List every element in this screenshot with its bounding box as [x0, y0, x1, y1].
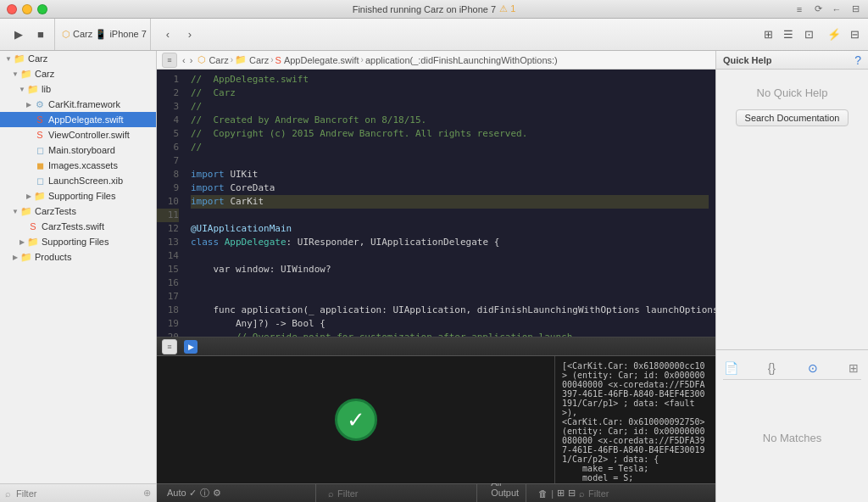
sidebar: ▼ 📁 Carz ▼ 📁 Carz ▼ 📁 lib ▶ ⚙ CarKit. [0, 51, 157, 502]
breadcrumb-sep: › [361, 55, 364, 64]
grid-icon[interactable]: ⊞ [846, 360, 861, 376]
trash-icon[interactable]: 🗑 [538, 488, 548, 499]
arrow-icon: ▼ [17, 84, 27, 94]
sidebar-item-label: Products [35, 252, 153, 262]
folder-icon: 📁 [20, 205, 32, 217]
xcassets-icon: ◼ [34, 159, 46, 171]
sidebar-item-images[interactable]: ▶ ◼ Images.xcassets [0, 158, 156, 173]
right-panel-header: Quick Help ? [716, 51, 868, 70]
maximize-button[interactable] [37, 4, 47, 14]
code-icon[interactable]: {} [764, 360, 779, 376]
view-controls: ⊞ ☰ ⊡ ⚡ ⊟ [760, 25, 863, 45]
code-content[interactable]: // AppDelegate.swift // Carz // // Creat… [184, 70, 715, 337]
close-button[interactable] [7, 4, 17, 14]
split-icon[interactable]: ⊟ [849, 3, 861, 15]
info-icon[interactable]: ⓘ [200, 487, 209, 499]
inspectors-toggle[interactable]: ⊟ [846, 25, 863, 45]
sidebar-footer: ⌕ ⊕ [0, 483, 156, 502]
sidebar-item-carz-child[interactable]: ▼ 📁 Carz [0, 66, 156, 81]
line-numbers: 12345 678910 1112131415 1617181920 21222… [157, 70, 184, 337]
split-icon[interactable]: ⊟ [568, 488, 576, 499]
breadcrumb: ≡ ‹ › ⬡ Carz › 📁 Carz › S AppDelegate.sw… [157, 51, 715, 70]
sidebar-item-mainstoryboard[interactable]: ▶ ◻ Main.storyboard [0, 142, 156, 158]
xib-icon: ◻ [34, 175, 46, 187]
no-matches-label: No Matches [763, 432, 821, 444]
arrow-icon: ▶ [24, 99, 34, 109]
sidebar-item-appdelegate[interactable]: ▶ S AppDelegate.swift [0, 112, 156, 127]
sidebar-item-supporting[interactable]: ▶ 📁 Supporting Files [0, 188, 156, 204]
main-toolbar: ▶ ■ ⬡ Carz 📱 iPhone 7 ‹ › ⊞ ☰ ⊡ ⚡ ⊟ [0, 19, 868, 51]
doc-icon[interactable]: 📄 [723, 360, 738, 376]
main-area: ▼ 📁 Carz ▼ 📁 Carz ▼ 📁 lib ▶ ⚙ CarKit. [0, 51, 868, 502]
sidebar-item-products[interactable]: ▶ 📁 Products [0, 249, 156, 265]
sidebar-filter-input[interactable] [16, 488, 138, 499]
sidebar-item-label: CarzTests [35, 206, 153, 216]
debug-toggle[interactable]: ⚡ [826, 25, 843, 45]
sidebar-item-launchscreen[interactable]: ▶ ◻ LaunchScreen.xib [0, 173, 156, 188]
sidebar-item-label: lib [42, 84, 153, 94]
title-text: Finished running Carz on iPhone 7 [353, 4, 496, 14]
sidebar-item-carz-root[interactable]: ▼ 📁 Carz [0, 51, 156, 66]
question-icon[interactable]: ? [854, 53, 861, 67]
run-controls: ▶ ■ [5, 19, 55, 50]
refresh-icon[interactable]: ⟳ [812, 3, 824, 15]
sidebar-item-carztests[interactable]: ▼ 📁 CarzTests [0, 204, 156, 219]
breadcrumb-appdelegate: S AppDelegate.swift [275, 55, 359, 65]
assistant-toggle[interactable]: ⊡ [800, 25, 817, 45]
sidebar-item-label: Supporting Files [48, 191, 153, 201]
sidebar-item-label: Carz [28, 53, 153, 64]
folder-icon: 📁 [14, 53, 25, 64]
titlebar-right-controls: ≡ ⟳ ← ⊟ [793, 3, 861, 15]
nav-forward[interactable]: › [180, 25, 200, 45]
window-controls[interactable] [7, 4, 47, 14]
folder-icon: 📁 [27, 236, 39, 248]
target-icon[interactable]: ⊙ [805, 360, 821, 376]
sidebar-item-label: LaunchScreen.xib [48, 176, 153, 186]
scheme-selector[interactable]: ⬡ Carz 📱 iPhone 7 [58, 19, 151, 50]
bottom-filter-input[interactable] [337, 488, 471, 499]
code-scroll-area[interactable]: 12345 678910 1112131415 1617181920 21222… [157, 70, 715, 337]
breadcrumb-nav-back[interactable]: ‹ [182, 55, 186, 65]
scheme-label: ⬡ Carz 📱 iPhone 7 [62, 29, 147, 40]
settings-icon[interactable]: ⚙ [213, 488, 221, 499]
nav-back[interactable]: ‹ [158, 25, 178, 45]
framework-icon: ⚙ [34, 98, 46, 110]
editor-area: ≡ ‹ › ⬡ Carz › 📁 Carz › S AppDelegate.sw… [157, 51, 715, 502]
back-icon[interactable]: ← [831, 3, 843, 15]
search-documentation-button[interactable]: Search Documentation [736, 109, 849, 126]
sidebar-item-supporting2[interactable]: ▶ 📁 Supporting Files [0, 234, 156, 249]
sidebar-item-label: CarzTests.swift [42, 221, 153, 231]
nav-controls: ‹ › [154, 19, 756, 50]
folder-icon: 📁 [20, 68, 32, 80]
sidebar-item-label: Supporting Files [42, 237, 153, 247]
swift-icon: S [34, 129, 46, 141]
filter-icon2: ⌕ [579, 488, 585, 499]
sidebar-item-lib[interactable]: ▼ 📁 lib [0, 81, 156, 97]
window-title: Finished running Carz on iPhone 7 ⚠ 1 [353, 3, 516, 14]
settings-icon[interactable]: ≡ [793, 3, 805, 15]
bottom-collapse-button[interactable]: ≡ [162, 339, 177, 354]
sidebar-toggle[interactable]: ⊞ [760, 25, 776, 45]
run-button[interactable]: ▶ [8, 25, 29, 45]
sidebar-item-viewcontroller[interactable]: ▶ S ViewController.swift [0, 127, 156, 142]
minimize-button[interactable] [22, 4, 32, 14]
grid-icon[interactable]: ⊞ [557, 488, 565, 499]
breadcrumb-sep: › [231, 55, 233, 64]
folder-icon: 📁 [20, 251, 32, 263]
sidebar-item-label: CarKit.framework [48, 99, 153, 109]
add-icon[interactable]: ⊕ [143, 488, 151, 499]
editor-toggle[interactable]: ☰ [780, 25, 797, 45]
storyboard-icon: ◻ [34, 144, 46, 156]
breadcrumb-nav-forward[interactable]: › [190, 55, 193, 65]
sidebar-item-label: Images.xcassets [48, 160, 153, 170]
stop-button[interactable]: ■ [31, 25, 51, 45]
sidebar-item-carkit[interactable]: ▶ ⚙ CarKit.framework [0, 97, 156, 112]
sidebar-item-carztests-swift[interactable]: ▶ S CarzTests.swift [0, 219, 156, 234]
output-filter-input[interactable] [588, 488, 705, 499]
folder-icon: 📁 [34, 190, 46, 202]
code-editor[interactable]: 12345 678910 1112131415 1617181920 21222… [157, 70, 715, 337]
arrow-icon: ▶ [10, 252, 20, 262]
console-area: ✓ [<CarKit.Car: 0x61800000cc10> (entity:… [157, 356, 715, 483]
collapse-button[interactable]: ≡ [162, 53, 177, 68]
swift-icon: S [34, 114, 46, 126]
